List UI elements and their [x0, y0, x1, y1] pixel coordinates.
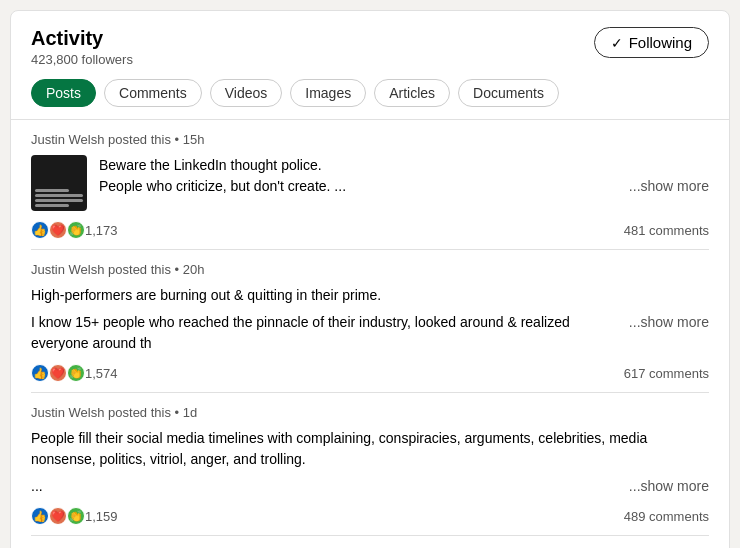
post-text: People who criticize, but don't create. …: [99, 176, 621, 197]
tabs-row: Posts Comments Videos Images Articles Do…: [31, 79, 709, 107]
tab-comments[interactable]: Comments: [104, 79, 202, 107]
like-reaction-icon: 👍: [31, 507, 49, 525]
thumb-line: [35, 189, 69, 192]
reactions-left: 👍 ❤️ 👏 1,159: [31, 507, 118, 525]
comments-count[interactable]: 617 comments: [624, 366, 709, 381]
post-item: Justin Welsh posted this • 15h Beware th…: [31, 120, 709, 250]
tab-images[interactable]: Images: [290, 79, 366, 107]
following-label: Following: [629, 34, 692, 51]
love-reaction-icon: ❤️: [49, 221, 67, 239]
post-line-1: People fill their social media timelines…: [31, 428, 709, 470]
post-text-block: People fill their social media timelines…: [31, 428, 709, 497]
post-line-2: People who criticize, but don't create. …: [99, 176, 709, 197]
post-thumbnail: [31, 155, 87, 211]
celebrate-reaction-icon: 👏: [67, 364, 85, 382]
followers-count: 423,800 followers: [31, 52, 133, 67]
title-block: Activity 423,800 followers: [31, 27, 133, 67]
thumb-line: [35, 194, 83, 197]
post-meta: Justin Welsh posted this • 1d: [31, 405, 709, 420]
post-line-2: ... ...show more: [31, 476, 709, 497]
post-line-1: Beware the LinkedIn thought police.: [99, 155, 709, 176]
comments-count[interactable]: 481 comments: [624, 223, 709, 238]
header-row: Activity 423,800 followers ✓ Following: [31, 27, 709, 67]
show-more-link[interactable]: ...show more: [629, 476, 709, 497]
reactions-row: 👍 ❤️ 👏 1,574 617 comments: [31, 364, 709, 382]
reactions-count: 1,574: [85, 366, 118, 381]
tab-articles[interactable]: Articles: [374, 79, 450, 107]
check-icon: ✓: [611, 35, 623, 51]
reactions-left: 👍 ❤️ 👏 1,574: [31, 364, 118, 382]
reactions-row: 👍 ❤️ 👏 1,173 481 comments: [31, 221, 709, 239]
post-text-block: Beware the LinkedIn thought police. Peop…: [99, 155, 709, 211]
reactions-row: 👍 ❤️ 👏 1,159 489 comments: [31, 507, 709, 525]
post-meta: Justin Welsh posted this • 15h: [31, 132, 709, 147]
reactions-count: 1,173: [85, 223, 118, 238]
post-item: Justin Welsh posted this • 20h High-perf…: [31, 250, 709, 393]
tab-posts[interactable]: Posts: [31, 79, 96, 107]
post-text: Beware the LinkedIn thought police.: [99, 155, 709, 176]
celebrate-reaction-icon: 👏: [67, 221, 85, 239]
reactions-count: 1,159: [85, 509, 118, 524]
post-line-1: High-performers are burning out & quitti…: [31, 285, 709, 306]
show-more-link[interactable]: ...show more: [629, 312, 709, 333]
reactions-left: 👍 ❤️ 👏 1,173: [31, 221, 118, 239]
love-reaction-icon: ❤️: [49, 507, 67, 525]
post-text: I know 15+ people who reached the pinnac…: [31, 312, 621, 354]
following-button[interactable]: ✓ Following: [594, 27, 709, 58]
post-line-2: I know 15+ people who reached the pinnac…: [31, 312, 709, 354]
thumb-line: [35, 199, 83, 202]
like-reaction-icon: 👍: [31, 364, 49, 382]
page-title: Activity: [31, 27, 133, 50]
activity-card: Activity 423,800 followers ✓ Following P…: [10, 10, 730, 548]
comments-count[interactable]: 489 comments: [624, 509, 709, 524]
show-more-link[interactable]: ...show more: [629, 176, 709, 197]
thumb-line: [35, 204, 69, 207]
post-text-block: High-performers are burning out & quitti…: [31, 285, 709, 354]
celebrate-reaction-icon: 👏: [67, 507, 85, 525]
post-meta: Justin Welsh posted this • 20h: [31, 262, 709, 277]
post-text: ...: [31, 476, 621, 497]
show-all-posts-button[interactable]: Show all posts →: [31, 536, 709, 548]
post-text: People fill their social media timelines…: [31, 428, 709, 470]
post-text: High-performers are burning out & quitti…: [31, 285, 709, 306]
post-item: Justin Welsh posted this • 1d People fil…: [31, 393, 709, 536]
love-reaction-icon: ❤️: [49, 364, 67, 382]
tab-videos[interactable]: Videos: [210, 79, 283, 107]
post-body: Beware the LinkedIn thought police. Peop…: [31, 155, 709, 211]
like-reaction-icon: 👍: [31, 221, 49, 239]
tab-documents[interactable]: Documents: [458, 79, 559, 107]
